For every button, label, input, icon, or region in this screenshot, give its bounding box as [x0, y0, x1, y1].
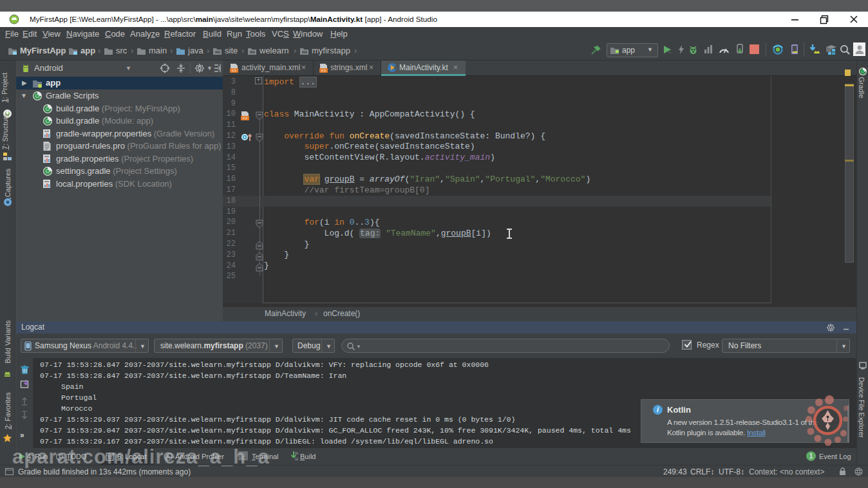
svg-text:<>: <>	[243, 117, 248, 121]
svg-text:<>: <>	[321, 69, 326, 73]
svg-text:10: 10	[295, 458, 298, 462]
svg-text:01: 01	[295, 452, 298, 456]
svg-text:<>: <>	[232, 69, 237, 73]
